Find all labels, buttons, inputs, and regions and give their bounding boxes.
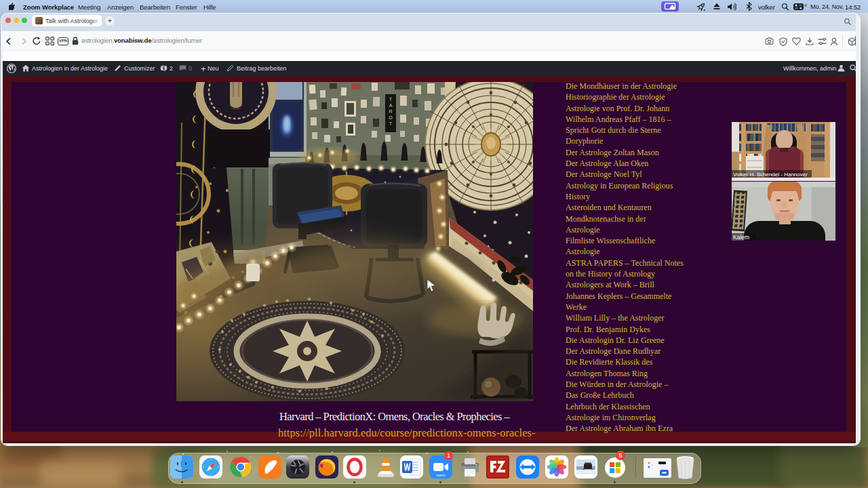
svg-text:zoom: zoom bbox=[436, 473, 446, 477]
